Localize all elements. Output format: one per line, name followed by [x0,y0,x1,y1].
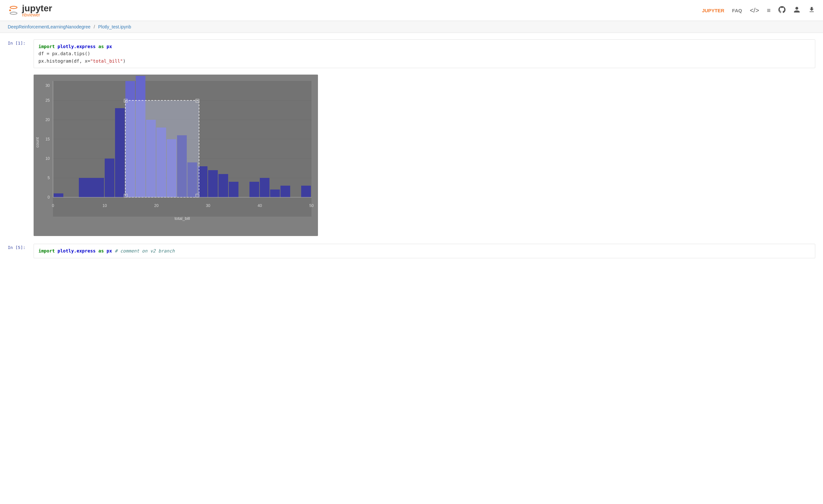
histogram-chart: 0 5 10 15 20 25 30 count 0 10 20 30 40 5… [34,74,318,236]
kw-import-1: import [38,44,55,49]
bar [208,170,218,197]
notebook: In [1]: import plotly.express as px df =… [0,33,823,271]
download-icon[interactable] [808,6,815,15]
svg-point-1 [10,12,17,14]
code-line-5-1: import plotly.express as px # comment on… [38,247,810,254]
breadcrumb-part1[interactable]: DeepReinforcementLearningNanodegree [8,24,91,29]
bar [260,178,270,197]
cell-5: In [5]: import plotly.express as px # co… [8,244,815,258]
svg-text:30: 30 [45,83,50,88]
svg-text:total_bill: total_bill [174,216,190,221]
svg-text:20: 20 [154,203,159,208]
svg-point-0 [10,6,17,8]
kw-module-5: plotly.express [57,248,96,253]
bar [54,193,63,197]
bar [218,174,228,197]
code-line-1: import plotly.express as px [38,43,810,50]
svg-point-2 [9,9,11,11]
cell-5-content: import plotly.express as px # comment on… [34,244,815,258]
cell-5-label: In [5]: [8,244,34,250]
kw-string-1: "total_bill" [90,58,123,64]
code-line-2: df = px.data.tips() [38,50,810,57]
svg-text:0: 0 [47,195,50,200]
bar [105,159,114,197]
svg-text:20: 20 [45,117,50,122]
logo-area: jupyter nbviewer [8,3,52,17]
svg-text:count: count [35,137,40,148]
cell-1: In [1]: import plotly.express as px df =… [8,39,815,68]
svg-text:5: 5 [47,176,50,180]
bar [115,108,125,197]
selection-rect [125,100,199,197]
code-icon[interactable]: </> [750,7,759,14]
grid-icon[interactable]: ≡ [767,7,771,14]
kw-alias-1: px [107,44,112,49]
code-line-3: px.histogram(df, x="total_bill") [38,57,810,64]
logo-jupyter: jupyter [22,3,52,13]
kw-as-1: as [98,44,104,49]
kw-comment-5: # comment on v2 branch [115,248,174,253]
kw-as-5: as [98,248,104,253]
cell-1-content: import plotly.express as px df = px.data… [34,39,815,68]
svg-text:10: 10 [103,203,107,208]
bar [250,182,259,197]
jupyter-logo-icon [8,5,19,16]
logo-text-group: jupyter nbviewer [22,3,52,17]
svg-text:30: 30 [206,203,210,208]
svg-text:15: 15 [45,137,50,142]
svg-text:0: 0 [52,203,54,208]
kw-import-5: import [38,248,55,253]
user-icon[interactable] [793,6,800,15]
svg-text:40: 40 [258,203,262,208]
nav-faq[interactable]: FAQ [732,8,742,13]
bar [281,186,290,197]
bar [229,182,238,197]
cell-1-label: In [1]: [8,39,34,45]
nav-links: JUPYTER FAQ </> ≡ [702,6,815,15]
bar [79,178,104,197]
svg-text:50: 50 [309,203,314,208]
kw-module-1: plotly.express [57,44,96,49]
breadcrumb-separator: / [94,24,95,29]
svg-text:25: 25 [45,98,50,103]
bar [301,186,311,197]
breadcrumb: DeepReinforcementLearningNanodegree / Pl… [0,21,823,33]
svg-text:10: 10 [45,156,50,161]
header: jupyter nbviewer JUPYTER FAQ </> ≡ [0,0,823,21]
github-icon[interactable] [778,6,786,15]
chart-output: 0 5 10 15 20 25 30 count 0 10 20 30 40 5… [34,74,815,237]
breadcrumb-part2[interactable]: Plotly_test.ipynb [98,24,131,29]
nav-jupyter[interactable]: JUPYTER [702,8,724,13]
bar [270,190,280,197]
chart-wrap: 0 5 10 15 20 25 30 count 0 10 20 30 40 5… [34,74,318,236]
kw-alias-5: px [107,248,112,253]
